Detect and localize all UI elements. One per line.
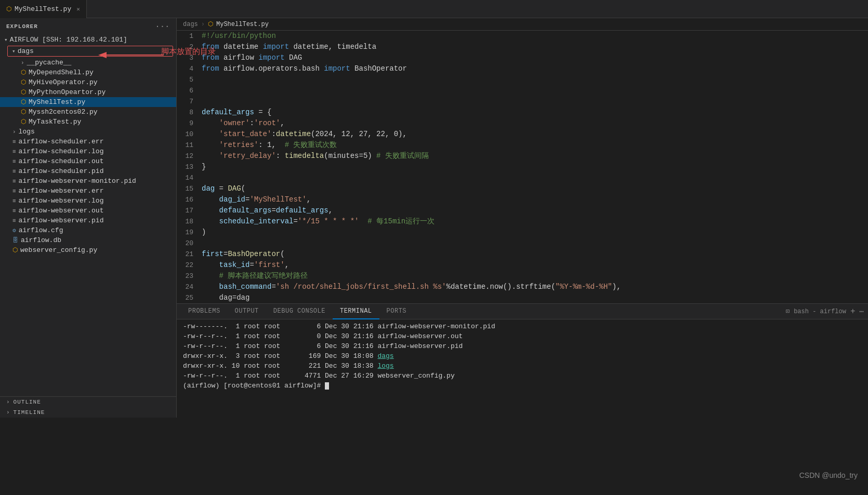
- txt-icon: ≡: [12, 178, 16, 184]
- line-num-15: 15: [177, 183, 202, 194]
- add-terminal-button[interactable]: +: [850, 307, 856, 316]
- line-num-7: 7: [177, 96, 202, 107]
- py-icon: ⬡: [21, 69, 26, 76]
- root-label: AIRFLOW [SSH: 192.168.42.101]: [10, 36, 127, 44]
- terminal-cursor: [325, 382, 329, 390]
- code-line-22: 22 task_id='first',: [177, 260, 868, 271]
- sidebar-item-mypythonopeartor[interactable]: ⬡ MyPythonOpeartor.py: [0, 87, 176, 97]
- item-label: airflow-scheduler.pid: [19, 167, 104, 175]
- item-label: airflow-scheduler.err: [19, 138, 104, 145]
- line-num-18: 18: [177, 216, 202, 227]
- sidebar-item-scheduler-out[interactable]: ≡ airflow-scheduler.out: [0, 156, 176, 166]
- code-line-12: 12 'retry_delay': timedelta(minutes=5) #…: [177, 151, 868, 162]
- txt-icon: ≡: [12, 218, 16, 224]
- item-label: airflow-webserver.pid: [19, 217, 104, 224]
- line-num-16: 16: [177, 194, 202, 205]
- sidebar-content: ▾ AIRFLOW [SSH: 192.168.42.101] ▾ dags ›…: [0, 35, 176, 396]
- sidebar-item-webserver-pid[interactable]: ≡ airflow-webserver.pid: [0, 216, 176, 225]
- code-line-24: 24 bash_command='sh /root/shell_jobs/fir…: [177, 282, 868, 292]
- code-content-17: default_args=default_args,: [202, 205, 868, 216]
- split-terminal-button[interactable]: ⋯: [860, 307, 864, 316]
- tab-filename: MyShellTest.py: [15, 5, 71, 13]
- code-content-6: [202, 85, 868, 96]
- sidebar-item-myhiveoperator[interactable]: ⬡ MyHiveOperator.py: [0, 77, 176, 87]
- sidebar-item-webserver-out[interactable]: ≡ airflow-webserver.out: [0, 206, 176, 216]
- code-content-12: 'retry_delay': timedelta(minutes=5) # 失败…: [202, 151, 868, 162]
- tab-output[interactable]: OUTPUT: [228, 304, 266, 319]
- tab-terminal[interactable]: TERMINAL: [333, 304, 379, 319]
- code-line-19: 19 ): [177, 227, 868, 238]
- app-root: ⬡ MyShellTest.py ✕ EXPLORER ··· ▾ AIRFLO…: [0, 0, 868, 418]
- sidebar-item-mytasktest[interactable]: ⬡ MyTaskTest.py: [0, 117, 176, 127]
- code-content-9: 'owner':'root',: [202, 118, 868, 129]
- sidebar-outline[interactable]: › OUTLINE: [0, 397, 176, 407]
- terminal-line-5: drwxr-xr-x. 10 root root 221 Dec 30 18:3…: [183, 361, 862, 371]
- sidebar-item-webserver-log[interactable]: ≡ airflow-webserver.log: [0, 196, 176, 206]
- line-num-22: 22: [177, 260, 202, 271]
- code-content-18: schedule_interval='*/15 * * * *' # 每15mi…: [202, 216, 868, 227]
- chevron-down-icon: ▾: [4, 36, 8, 43]
- line-num-12: 12: [177, 151, 202, 162]
- sidebar-item-webserver-err[interactable]: ≡ airflow-webserver.err: [0, 186, 176, 196]
- terminal-line-4: drwxr-xr-x. 3 root root 169 Dec 30 18:08…: [183, 351, 862, 361]
- timeline-label: TIMELINE: [14, 409, 45, 416]
- terminal-content[interactable]: -rw-------. 1 root root 6 Dec 30 21:16 a…: [177, 319, 868, 418]
- sidebar-item-webserver-monitor-pid[interactable]: ≡ airflow-webserver-monitor.pid: [0, 176, 176, 186]
- code-line-14: 14: [177, 172, 868, 183]
- terminal-icon: ⊡: [786, 307, 790, 315]
- txt-icon: ≡: [12, 208, 16, 214]
- sidebar-item-airflow-db[interactable]: 🗄 airflow.db: [0, 235, 176, 245]
- more-icon[interactable]: ···: [155, 22, 170, 31]
- code-line-5: 5: [177, 74, 868, 85]
- sidebar-item-airflow-cfg[interactable]: ⚙ airflow.cfg: [0, 225, 176, 235]
- db-icon: 🗄: [12, 237, 18, 244]
- item-label: __pycache__: [27, 59, 72, 66]
- line-num-5: 5: [177, 74, 202, 85]
- code-content-7: [202, 96, 868, 107]
- sidebar-item-scheduler-err[interactable]: ≡ airflow-scheduler.err: [0, 137, 176, 146]
- code-line-4: 4 from airflow.operators.bash import Bas…: [177, 63, 868, 74]
- item-label: airflow-webserver.out: [19, 207, 104, 215]
- dags-folder[interactable]: ▾ dags: [8, 46, 173, 56]
- line-num-13: 13: [177, 162, 202, 172]
- main-layout: EXPLORER ··· ▾ AIRFLOW [SSH: 192.168.42.…: [0, 18, 868, 418]
- sidebar-item-scheduler-pid[interactable]: ≡ airflow-scheduler.pid: [0, 166, 176, 176]
- code-content-25: dag=dag: [202, 292, 868, 303]
- code-content-4: from airflow.operators.bash import BashO…: [202, 63, 868, 74]
- code-line-21: 21 first=BashOperator(: [177, 249, 868, 260]
- line-num-19: 19: [177, 227, 202, 238]
- breadcrumb-file-icon: ⬡: [208, 20, 213, 28]
- tab-problems[interactable]: PROBLEMS: [181, 304, 228, 319]
- sidebar-timeline[interactable]: › TIMELINE: [0, 407, 176, 418]
- line-num-20: 20: [177, 238, 202, 249]
- sidebar-item-pycache[interactable]: › __pycache__: [0, 58, 176, 68]
- item-label: airflow-scheduler.out: [19, 157, 104, 165]
- tab-close-button[interactable]: ✕: [76, 6, 80, 12]
- code-line-13: 13 }: [177, 162, 868, 172]
- code-line-2: 2 from datetime import datetime, timedel…: [177, 42, 868, 52]
- sidebar-item-myssh2centos02[interactable]: ⬡ Myssh2centos02.py: [0, 107, 176, 117]
- sidebar-root[interactable]: ▾ AIRFLOW [SSH: 192.168.42.101]: [0, 35, 176, 45]
- code-line-10: 10 'start_date':datetime(2024, 12, 27, 2…: [177, 129, 868, 140]
- code-content-5: [202, 74, 868, 85]
- sidebar-item-myshelltest[interactable]: ⬡ MyShellTest.py: [0, 97, 176, 107]
- sidebar-item-scheduler-log[interactable]: ≡ airflow-scheduler.log: [0, 146, 176, 156]
- code-content-24: bash_command='sh /root/shell_jobs/first_…: [202, 282, 868, 292]
- tab-debug-console[interactable]: DEBUG CONSOLE: [266, 304, 333, 319]
- terminal-line-2: -rw-r--r--. 1 root root 0 Dec 30 21:16 a…: [183, 331, 862, 341]
- code-line-8: 8 default_args = {: [177, 107, 868, 118]
- code-editor[interactable]: 1 #!/usr/bin/python 2 from datetime impo…: [177, 31, 868, 303]
- editor-tab[interactable]: ⬡ MyShellTest.py ✕: [0, 0, 87, 18]
- code-content-1: #!/usr/bin/python: [202, 31, 868, 42]
- chevron-right-icon: ›: [21, 60, 24, 66]
- code-content-3: from airflow import DAG: [202, 52, 868, 63]
- item-label: logs: [19, 128, 35, 136]
- tab-ports[interactable]: PORTS: [379, 304, 414, 319]
- line-num-17: 17: [177, 205, 202, 216]
- item-label: MyDependShell.py: [29, 69, 94, 76]
- sidebar-item-mydependshell[interactable]: ⬡ MyDependShell.py: [0, 68, 176, 77]
- cfg-icon: ⚙: [12, 227, 16, 234]
- sidebar-item-logs[interactable]: › logs: [0, 127, 176, 137]
- sidebar-item-webserver-config[interactable]: ⬡ webserver_config.py: [0, 245, 176, 255]
- code-line-20: 20: [177, 238, 868, 249]
